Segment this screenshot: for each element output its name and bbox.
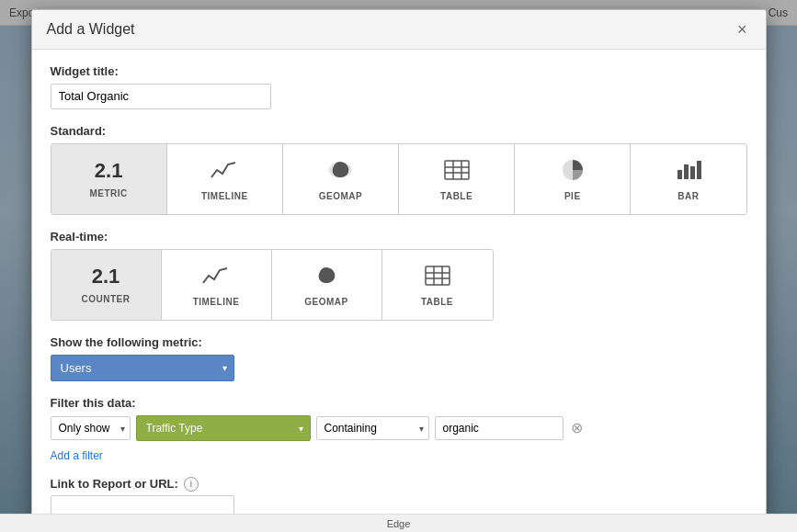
standard-label: Standard:: [51, 124, 747, 138]
svg-rect-7: [677, 170, 682, 179]
filter-group: Filter this data: Only show Exclude Traf…: [51, 396, 747, 462]
realtime-group: Real-time: 2.1 COUNTER TI: [51, 230, 747, 321]
svg-rect-8: [684, 164, 689, 179]
realtime-timeline-item[interactable]: TIMELINE: [162, 250, 272, 320]
table-icon: [442, 157, 472, 186]
svg-rect-10: [697, 161, 701, 179]
timeline-icon: [210, 157, 239, 186]
standard-pie-item[interactable]: PIE: [515, 144, 631, 214]
widget-title-input[interactable]: [51, 84, 271, 109]
metric-label: METRIC: [89, 188, 127, 198]
standard-geomap-item[interactable]: GEOMAP: [283, 144, 399, 214]
filter-label: Filter this data:: [51, 396, 747, 410]
link-row: Link to Report or URL: i: [51, 477, 747, 492]
standard-widget-grid: 2.1 METRIC TIMELINE: [51, 143, 747, 215]
realtime-label: Real-time:: [51, 230, 747, 243]
standard-group: Standard: 2.1 METRIC TIME: [51, 124, 747, 215]
link-info-icon[interactable]: i: [184, 477, 199, 492]
widget-title-label: Widget title:: [51, 64, 747, 78]
standard-metric-item[interactable]: 2.1 METRIC: [51, 144, 167, 214]
standard-bar-item[interactable]: BAR: [631, 144, 746, 214]
bottom-bar-label: Edge: [387, 518, 411, 529]
counter-label: COUNTER: [82, 294, 131, 304]
pie-label: PIE: [564, 191, 581, 201]
filter-row: Only show Exclude Traffic Type Source Me…: [51, 415, 747, 441]
bar-label: BAR: [677, 191, 699, 201]
modal-overlay: Add a Widget × Widget title: Standard: 2…: [0, 0, 797, 532]
realtime-timeline-icon: [201, 263, 231, 291]
metric-section-label: Show the following metric:: [51, 335, 747, 349]
geomap-icon: [325, 157, 355, 186]
geomap-label: GEOMAP: [319, 191, 362, 201]
timeline-label: TIMELINE: [201, 191, 248, 201]
metric-select[interactable]: Users Sessions Pageviews Bounce Rate: [51, 355, 234, 381]
add-widget-modal: Add a Widget × Widget title: Standard: 2…: [31, 9, 767, 524]
realtime-counter-item[interactable]: 2.1 COUNTER: [51, 250, 162, 320]
containing-select[interactable]: Containing Not containing Exactly matchi…: [316, 416, 429, 440]
modal-body: Widget title: Standard: 2.1 METRIC: [32, 50, 766, 524]
metric-select-wrap: Users Sessions Pageviews Bounce Rate ▾: [51, 355, 234, 381]
add-filter-link[interactable]: Add a filter: [51, 449, 103, 462]
pie-icon: [558, 157, 587, 186]
widget-title-group: Widget title:: [51, 64, 747, 109]
realtime-table-icon: [423, 263, 452, 291]
bar-icon: [674, 157, 703, 186]
filter-value-input[interactable]: [435, 416, 564, 440]
counter-number: 2.1: [92, 265, 120, 289]
realtime-table-item[interactable]: TABLE: [382, 250, 493, 320]
svg-rect-11: [426, 266, 450, 285]
realtime-geomap-label: GEOMAP: [304, 297, 347, 307]
modal-close-button[interactable]: ×: [734, 21, 751, 38]
only-show-select[interactable]: Only show Exclude: [51, 416, 131, 440]
modal-header: Add a Widget ×: [32, 10, 766, 50]
realtime-geomap-icon: [312, 263, 341, 291]
metric-number: 2.1: [95, 159, 123, 183]
bottom-bar: Edge: [0, 514, 797, 532]
svg-rect-9: [690, 166, 695, 179]
traffic-type-wrap: Traffic Type Source Medium Campaign: [136, 415, 311, 441]
standard-timeline-item[interactable]: TIMELINE: [167, 144, 283, 214]
traffic-type-select[interactable]: Traffic Type Source Medium Campaign: [136, 415, 311, 441]
table-label: TABLE: [440, 191, 473, 201]
clear-filter-button[interactable]: ⊗: [569, 421, 585, 436]
realtime-geomap-item[interactable]: GEOMAP: [272, 250, 382, 320]
link-label: Link to Report or URL:: [51, 477, 178, 491]
only-show-wrap: Only show Exclude: [51, 416, 131, 440]
svg-rect-1: [445, 161, 469, 179]
realtime-timeline-label: TIMELINE: [193, 297, 240, 307]
modal-title: Add a Widget: [47, 21, 135, 38]
containing-wrap: Containing Not containing Exactly matchi…: [316, 416, 429, 440]
metric-group: Show the following metric: Users Session…: [51, 335, 747, 381]
link-group: Link to Report or URL: i: [51, 477, 747, 519]
realtime-widget-grid: 2.1 COUNTER TIMELINE: [51, 249, 494, 321]
realtime-table-label: TABLE: [421, 297, 453, 307]
standard-table-item[interactable]: TABLE: [399, 144, 515, 214]
